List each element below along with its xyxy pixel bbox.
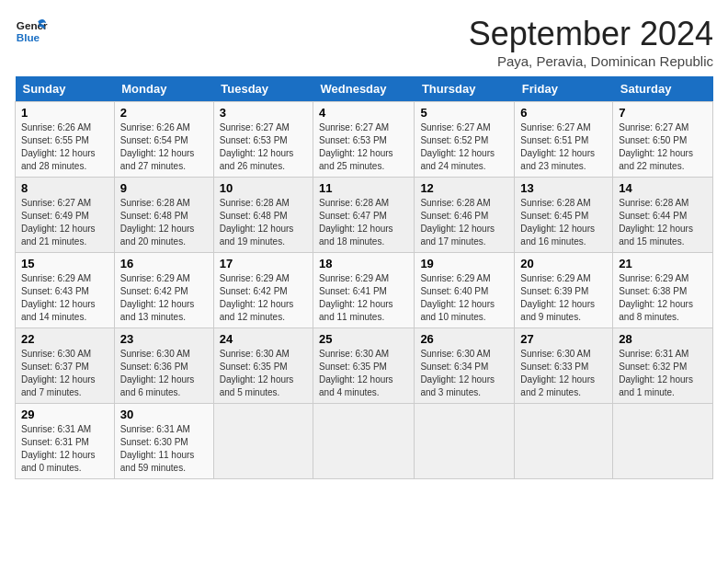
calendar-body: 1Sunrise: 6:26 AM Sunset: 6:55 PM Daylig… xyxy=(16,102,713,479)
day-number: 8 xyxy=(21,181,108,195)
day-info: Sunrise: 6:28 AM Sunset: 6:48 PM Dayligh… xyxy=(120,197,208,248)
day-number: 25 xyxy=(319,332,408,346)
calendar-cell: 16Sunrise: 6:29 AM Sunset: 6:42 PM Dayli… xyxy=(114,253,213,328)
day-info: Sunrise: 6:30 AM Sunset: 6:36 PM Dayligh… xyxy=(120,348,208,399)
day-number: 18 xyxy=(319,257,408,270)
day-info: Sunrise: 6:29 AM Sunset: 6:42 PM Dayligh… xyxy=(120,272,208,324)
day-info: Sunrise: 6:30 AM Sunset: 6:33 PM Dayligh… xyxy=(520,348,607,399)
day-number: 14 xyxy=(619,181,707,195)
header: General Blue September 2024 Paya, Peravi… xyxy=(15,15,713,69)
day-number: 10 xyxy=(220,181,307,195)
day-number: 17 xyxy=(220,257,307,270)
calendar-cell: 27Sunrise: 6:30 AM Sunset: 6:33 PM Dayli… xyxy=(515,328,613,404)
day-info: Sunrise: 6:31 AM Sunset: 6:31 PM Dayligh… xyxy=(21,423,108,475)
calendar-cell: 19Sunrise: 6:29 AM Sunset: 6:40 PM Dayli… xyxy=(415,253,515,328)
calendar-week-3: 15Sunrise: 6:29 AM Sunset: 6:43 PM Dayli… xyxy=(16,253,713,328)
day-header-sunday: Sunday xyxy=(16,76,115,102)
calendar-cell: 3Sunrise: 6:27 AM Sunset: 6:53 PM Daylig… xyxy=(213,102,313,178)
day-number: 3 xyxy=(220,106,307,120)
day-number: 19 xyxy=(420,257,508,270)
calendar-cell: 8Sunrise: 6:27 AM Sunset: 6:49 PM Daylig… xyxy=(16,178,115,253)
day-info: Sunrise: 6:29 AM Sunset: 6:38 PM Dayligh… xyxy=(619,272,707,324)
day-header-tuesday: Tuesday xyxy=(213,76,313,102)
day-number: 15 xyxy=(21,257,108,270)
day-number: 21 xyxy=(619,257,707,270)
day-number: 20 xyxy=(520,257,607,270)
calendar-table: SundayMondayTuesdayWednesdayThursdayFrid… xyxy=(15,76,713,479)
month-title: September 2024 xyxy=(469,15,713,53)
calendar-cell xyxy=(415,404,515,479)
calendar-cell: 21Sunrise: 6:29 AM Sunset: 6:38 PM Dayli… xyxy=(613,253,713,328)
day-number: 27 xyxy=(520,332,607,346)
day-info: Sunrise: 6:28 AM Sunset: 6:45 PM Dayligh… xyxy=(520,197,607,248)
day-info: Sunrise: 6:30 AM Sunset: 6:35 PM Dayligh… xyxy=(220,348,307,399)
svg-text:Blue: Blue xyxy=(17,31,40,43)
day-info: Sunrise: 6:29 AM Sunset: 6:42 PM Dayligh… xyxy=(220,272,307,324)
calendar-week-2: 8Sunrise: 6:27 AM Sunset: 6:49 PM Daylig… xyxy=(16,178,713,253)
day-header-thursday: Thursday xyxy=(415,76,515,102)
day-number: 2 xyxy=(120,106,208,120)
calendar-cell xyxy=(213,404,313,479)
day-header-saturday: Saturday xyxy=(613,76,713,102)
day-number: 9 xyxy=(120,181,208,195)
logo-icon: General Blue xyxy=(15,15,48,48)
day-info: Sunrise: 6:27 AM Sunset: 6:53 PM Dayligh… xyxy=(319,121,408,173)
day-number: 7 xyxy=(619,106,707,120)
day-number: 5 xyxy=(420,106,508,120)
day-header-wednesday: Wednesday xyxy=(313,76,415,102)
day-number: 28 xyxy=(619,332,707,346)
day-info: Sunrise: 6:31 AM Sunset: 6:30 PM Dayligh… xyxy=(120,423,208,475)
day-info: Sunrise: 6:29 AM Sunset: 6:40 PM Dayligh… xyxy=(420,272,508,324)
day-header-friday: Friday xyxy=(515,76,613,102)
day-number: 1 xyxy=(21,106,108,120)
calendar-cell: 4Sunrise: 6:27 AM Sunset: 6:53 PM Daylig… xyxy=(313,102,415,178)
day-number: 11 xyxy=(319,181,408,195)
calendar-cell: 13Sunrise: 6:28 AM Sunset: 6:45 PM Dayli… xyxy=(515,178,613,253)
day-info: Sunrise: 6:30 AM Sunset: 6:35 PM Dayligh… xyxy=(319,348,408,399)
calendar-week-1: 1Sunrise: 6:26 AM Sunset: 6:55 PM Daylig… xyxy=(16,102,713,178)
logo: General Blue xyxy=(15,15,48,48)
calendar-cell: 23Sunrise: 6:30 AM Sunset: 6:36 PM Dayli… xyxy=(114,328,213,404)
calendar-cell: 29Sunrise: 6:31 AM Sunset: 6:31 PM Dayli… xyxy=(16,404,115,479)
day-info: Sunrise: 6:27 AM Sunset: 6:53 PM Dayligh… xyxy=(220,121,307,173)
calendar-cell: 22Sunrise: 6:30 AM Sunset: 6:37 PM Dayli… xyxy=(16,328,115,404)
calendar-cell: 15Sunrise: 6:29 AM Sunset: 6:43 PM Dayli… xyxy=(16,253,115,328)
day-info: Sunrise: 6:28 AM Sunset: 6:46 PM Dayligh… xyxy=(420,197,508,248)
day-info: Sunrise: 6:27 AM Sunset: 6:50 PM Dayligh… xyxy=(619,121,707,173)
location-subtitle: Paya, Peravia, Dominican Republic xyxy=(469,53,713,69)
calendar-cell: 17Sunrise: 6:29 AM Sunset: 6:42 PM Dayli… xyxy=(213,253,313,328)
day-info: Sunrise: 6:29 AM Sunset: 6:41 PM Dayligh… xyxy=(319,272,408,324)
calendar-cell: 10Sunrise: 6:28 AM Sunset: 6:48 PM Dayli… xyxy=(213,178,313,253)
day-number: 12 xyxy=(420,181,508,195)
calendar-cell: 30Sunrise: 6:31 AM Sunset: 6:30 PM Dayli… xyxy=(114,404,213,479)
calendar-header-row: SundayMondayTuesdayWednesdayThursdayFrid… xyxy=(16,76,713,102)
day-number: 23 xyxy=(120,332,208,346)
calendar-cell xyxy=(613,404,713,479)
day-info: Sunrise: 6:28 AM Sunset: 6:48 PM Dayligh… xyxy=(220,197,307,248)
calendar-cell: 5Sunrise: 6:27 AM Sunset: 6:52 PM Daylig… xyxy=(415,102,515,178)
day-info: Sunrise: 6:31 AM Sunset: 6:32 PM Dayligh… xyxy=(619,348,707,399)
day-number: 16 xyxy=(120,257,208,270)
day-info: Sunrise: 6:26 AM Sunset: 6:54 PM Dayligh… xyxy=(120,121,208,173)
day-number: 4 xyxy=(319,106,408,120)
calendar-cell: 20Sunrise: 6:29 AM Sunset: 6:39 PM Dayli… xyxy=(515,253,613,328)
calendar-cell: 26Sunrise: 6:30 AM Sunset: 6:34 PM Dayli… xyxy=(415,328,515,404)
calendar-cell: 9Sunrise: 6:28 AM Sunset: 6:48 PM Daylig… xyxy=(114,178,213,253)
calendar-cell xyxy=(313,404,415,479)
day-number: 29 xyxy=(21,408,108,421)
calendar-cell: 6Sunrise: 6:27 AM Sunset: 6:51 PM Daylig… xyxy=(515,102,613,178)
title-area: September 2024 Paya, Peravia, Dominican … xyxy=(469,15,713,69)
calendar-week-5: 29Sunrise: 6:31 AM Sunset: 6:31 PM Dayli… xyxy=(16,404,713,479)
calendar-cell: 14Sunrise: 6:28 AM Sunset: 6:44 PM Dayli… xyxy=(613,178,713,253)
calendar-week-4: 22Sunrise: 6:30 AM Sunset: 6:37 PM Dayli… xyxy=(16,328,713,404)
day-info: Sunrise: 6:28 AM Sunset: 6:44 PM Dayligh… xyxy=(619,197,707,248)
calendar-cell: 12Sunrise: 6:28 AM Sunset: 6:46 PM Dayli… xyxy=(415,178,515,253)
calendar-cell: 7Sunrise: 6:27 AM Sunset: 6:50 PM Daylig… xyxy=(613,102,713,178)
calendar-cell: 28Sunrise: 6:31 AM Sunset: 6:32 PM Dayli… xyxy=(613,328,713,404)
day-number: 13 xyxy=(520,181,607,195)
calendar-cell: 25Sunrise: 6:30 AM Sunset: 6:35 PM Dayli… xyxy=(313,328,415,404)
day-number: 26 xyxy=(420,332,508,346)
day-number: 22 xyxy=(21,332,108,346)
day-info: Sunrise: 6:28 AM Sunset: 6:47 PM Dayligh… xyxy=(319,197,408,248)
day-info: Sunrise: 6:26 AM Sunset: 6:55 PM Dayligh… xyxy=(21,121,108,173)
